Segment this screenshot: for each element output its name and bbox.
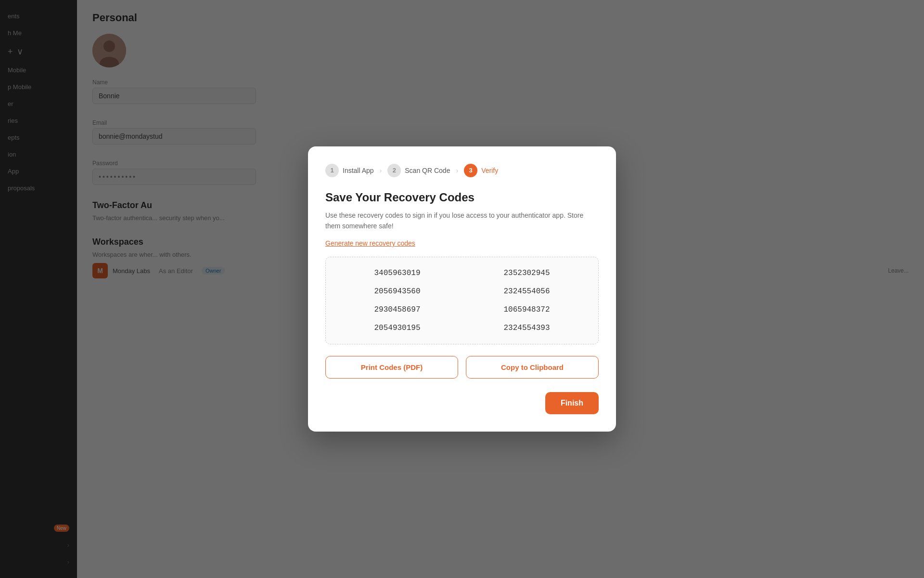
generate-new-codes-link[interactable]: Generate new recovery codes — [325, 239, 415, 247]
step-2-label: Scan QR Code — [405, 167, 450, 174]
code-2: 2352302945 — [467, 269, 587, 277]
code-1: 3405963019 — [337, 269, 457, 277]
action-buttons: Print Codes (PDF) Copy to Clipboard — [325, 356, 599, 379]
recovery-codes-box: 3405963019 2352302945 2056943560 2324554… — [325, 257, 599, 344]
modal-title: Save Your Recovery Codes — [325, 191, 599, 204]
code-5: 2930458697 — [337, 305, 457, 314]
step-2: 2 Scan QR Code — [387, 164, 450, 177]
copy-to-clipboard-button[interactable]: Copy to Clipboard — [466, 356, 599, 379]
modal-description: Use these recovery codes to sign in if y… — [325, 210, 599, 232]
step-3: 3 Verify — [464, 164, 498, 177]
code-6: 1065948372 — [467, 305, 587, 314]
step-1: 1 Install App — [325, 164, 374, 177]
step-1-circle: 1 — [325, 164, 339, 177]
step-1-label: Install App — [343, 167, 374, 174]
stepper: 1 Install App › 2 Scan QR Code › 3 Veri — [325, 164, 599, 177]
print-codes-button[interactable]: Print Codes (PDF) — [325, 356, 458, 379]
finish-row: Finish — [325, 392, 599, 414]
code-3: 2056943560 — [337, 287, 457, 296]
code-8: 2324554393 — [467, 324, 587, 332]
finish-button[interactable]: Finish — [545, 392, 599, 414]
code-7: 2054930195 — [337, 324, 457, 332]
code-4: 2324554056 — [467, 287, 587, 296]
codes-grid: 3405963019 2352302945 2056943560 2324554… — [337, 269, 587, 332]
step-2-circle: 2 — [387, 164, 401, 177]
step-3-circle: 3 — [464, 164, 477, 177]
recovery-codes-modal: 1 Install App › 2 Scan QR Code › 3 Veri — [308, 146, 616, 432]
step-chevron-2: › — [456, 167, 458, 174]
step-3-label: Verify — [481, 167, 498, 174]
step-chevron-1: › — [380, 167, 382, 174]
modal-overlay: 1 Install App › 2 Scan QR Code › 3 Veri — [0, 0, 924, 578]
